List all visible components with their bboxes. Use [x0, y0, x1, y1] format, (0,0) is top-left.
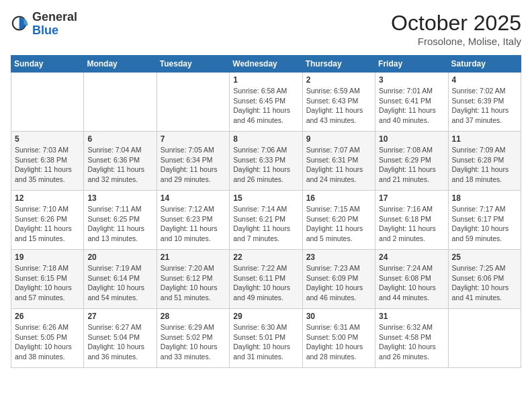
day-number: 20 — [87, 253, 152, 262]
title-block: October 2025 Frosolone, Molise, Italy — [391, 11, 521, 47]
day-info: Sunrise: 7:06 AMSunset: 6:33 PMDaylight:… — [233, 145, 298, 185]
table-row: 7 Sunrise: 7:05 AMSunset: 6:34 PMDayligh… — [157, 132, 229, 191]
day-info: Sunrise: 7:23 AMSunset: 6:09 PMDaylight:… — [306, 263, 371, 303]
day-info: Sunrise: 7:16 AMSunset: 6:18 PMDaylight:… — [379, 204, 444, 244]
day-number: 16 — [306, 193, 371, 203]
table-row — [157, 73, 229, 132]
month-title: October 2025 — [391, 11, 521, 36]
header-monday: Monday — [84, 56, 157, 73]
logo-general: General — [32, 11, 77, 24]
day-info: Sunrise: 7:14 AMSunset: 6:21 PMDaylight:… — [233, 204, 298, 244]
table-row: 24 Sunrise: 7:24 AMSunset: 6:08 PMDaylig… — [375, 250, 448, 309]
table-row: 9 Sunrise: 7:07 AMSunset: 6:31 PMDayligh… — [302, 132, 375, 191]
day-info: Sunrise: 7:08 AMSunset: 6:29 PMDaylight:… — [379, 145, 444, 185]
table-row — [11, 73, 84, 132]
table-row — [448, 309, 521, 368]
day-number: 14 — [161, 193, 226, 203]
table-row: 2 Sunrise: 6:59 AMSunset: 6:43 PMDayligh… — [302, 73, 375, 132]
day-number: 17 — [379, 193, 444, 203]
table-row — [84, 73, 157, 132]
day-number: 13 — [87, 193, 152, 203]
table-row: 13 Sunrise: 7:11 AMSunset: 6:25 PMDaylig… — [84, 191, 157, 250]
day-info: Sunrise: 7:25 AMSunset: 6:06 PMDaylight:… — [452, 263, 517, 303]
table-row: 25 Sunrise: 7:25 AMSunset: 6:06 PMDaylig… — [448, 250, 521, 309]
day-info: Sunrise: 7:05 AMSunset: 6:34 PMDaylight:… — [161, 145, 226, 185]
table-row: 23 Sunrise: 7:23 AMSunset: 6:09 PMDaylig… — [302, 250, 375, 309]
day-info: Sunrise: 7:01 AMSunset: 6:41 PMDaylight:… — [379, 86, 444, 126]
location-title: Frosolone, Molise, Italy — [391, 36, 521, 47]
table-row: 20 Sunrise: 7:19 AMSunset: 6:14 PMDaylig… — [84, 250, 157, 309]
header-saturday: Saturday — [448, 56, 521, 73]
day-info: Sunrise: 6:32 AMSunset: 4:58 PMDaylight:… — [379, 322, 444, 362]
logo-text: General Blue — [32, 11, 77, 38]
table-row: 19 Sunrise: 7:18 AMSunset: 6:15 PMDaylig… — [11, 250, 84, 309]
table-row: 3 Sunrise: 7:01 AMSunset: 6:41 PMDayligh… — [375, 73, 448, 132]
header-thursday: Thursday — [302, 56, 375, 73]
table-row: 5 Sunrise: 7:03 AMSunset: 6:38 PMDayligh… — [11, 132, 84, 191]
day-number: 24 — [379, 253, 444, 262]
day-info: Sunrise: 7:02 AMSunset: 6:39 PMDaylight:… — [452, 86, 517, 126]
day-number: 19 — [15, 253, 80, 262]
table-row: 17 Sunrise: 7:16 AMSunset: 6:18 PMDaylig… — [375, 191, 448, 250]
day-number: 12 — [15, 193, 80, 203]
day-number: 15 — [233, 193, 298, 203]
table-row: 26 Sunrise: 6:26 AMSunset: 5:05 PMDaylig… — [11, 309, 84, 368]
day-info: Sunrise: 6:26 AMSunset: 5:05 PMDaylight:… — [15, 322, 80, 362]
day-number: 23 — [306, 253, 371, 262]
day-info: Sunrise: 7:15 AMSunset: 6:20 PMDaylight:… — [306, 204, 371, 244]
day-number: 29 — [233, 312, 298, 321]
calendar-week-row: 26 Sunrise: 6:26 AMSunset: 5:05 PMDaylig… — [11, 309, 521, 368]
day-number: 5 — [15, 134, 80, 144]
day-number: 31 — [379, 312, 444, 321]
day-number: 22 — [233, 253, 298, 262]
day-info: Sunrise: 7:18 AMSunset: 6:15 PMDaylight:… — [15, 263, 80, 303]
day-number: 1 — [233, 75, 298, 85]
day-info: Sunrise: 7:09 AMSunset: 6:28 PMDaylight:… — [452, 145, 517, 185]
day-number: 11 — [452, 134, 517, 144]
calendar-week-row: 12 Sunrise: 7:10 AMSunset: 6:26 PMDaylig… — [11, 191, 521, 250]
day-number: 28 — [161, 312, 226, 321]
day-number: 18 — [452, 193, 517, 203]
table-row: 21 Sunrise: 7:20 AMSunset: 6:12 PMDaylig… — [157, 250, 229, 309]
day-number: 6 — [87, 134, 152, 144]
logo-blue: Blue — [32, 24, 77, 38]
day-info: Sunrise: 6:27 AMSunset: 5:04 PMDaylight:… — [87, 322, 152, 362]
table-row: 4 Sunrise: 7:02 AMSunset: 6:39 PMDayligh… — [448, 73, 521, 132]
day-info: Sunrise: 7:19 AMSunset: 6:14 PMDaylight:… — [87, 263, 152, 303]
day-info: Sunrise: 6:58 AMSunset: 6:45 PMDaylight:… — [233, 86, 298, 126]
day-number: 9 — [306, 134, 371, 144]
day-info: Sunrise: 7:11 AMSunset: 6:25 PMDaylight:… — [87, 204, 152, 244]
day-number: 10 — [379, 134, 444, 144]
header-friday: Friday — [375, 56, 448, 73]
table-row: 16 Sunrise: 7:15 AMSunset: 6:20 PMDaylig… — [302, 191, 375, 250]
day-info: Sunrise: 7:22 AMSunset: 6:11 PMDaylight:… — [233, 263, 298, 303]
day-info: Sunrise: 7:20 AMSunset: 6:12 PMDaylight:… — [161, 263, 226, 303]
day-info: Sunrise: 7:10 AMSunset: 6:26 PMDaylight:… — [15, 204, 80, 244]
day-info: Sunrise: 7:24 AMSunset: 6:08 PMDaylight:… — [379, 263, 444, 303]
day-number: 4 — [452, 75, 517, 85]
header-wednesday: Wednesday — [230, 56, 302, 73]
day-info: Sunrise: 6:59 AMSunset: 6:43 PMDaylight:… — [306, 86, 371, 126]
table-row: 28 Sunrise: 6:29 AMSunset: 5:02 PMDaylig… — [157, 309, 229, 368]
table-row: 31 Sunrise: 6:32 AMSunset: 4:58 PMDaylig… — [375, 309, 448, 368]
table-row: 10 Sunrise: 7:08 AMSunset: 6:29 PMDaylig… — [375, 132, 448, 191]
day-number: 25 — [452, 253, 517, 262]
table-row: 8 Sunrise: 7:06 AMSunset: 6:33 PMDayligh… — [230, 132, 302, 191]
table-row: 6 Sunrise: 7:04 AMSunset: 6:36 PMDayligh… — [84, 132, 157, 191]
page-header: General Blue October 2025 Frosolone, Mol… — [11, 11, 521, 47]
logo-icon — [11, 15, 30, 34]
day-info: Sunrise: 7:07 AMSunset: 6:31 PMDaylight:… — [306, 145, 371, 185]
calendar-table: Sunday Monday Tuesday Wednesday Thursday… — [11, 55, 521, 368]
day-info: Sunrise: 7:03 AMSunset: 6:38 PMDaylight:… — [15, 145, 80, 185]
table-row: 12 Sunrise: 7:10 AMSunset: 6:26 PMDaylig… — [11, 191, 84, 250]
table-row: 29 Sunrise: 6:30 AMSunset: 5:01 PMDaylig… — [230, 309, 302, 368]
table-row: 14 Sunrise: 7:12 AMSunset: 6:23 PMDaylig… — [157, 191, 229, 250]
day-number: 2 — [306, 75, 371, 85]
table-row: 1 Sunrise: 6:58 AMSunset: 6:45 PMDayligh… — [230, 73, 302, 132]
calendar-week-row: 19 Sunrise: 7:18 AMSunset: 6:15 PMDaylig… — [11, 250, 521, 309]
logo: General Blue — [11, 11, 77, 38]
day-number: 30 — [306, 312, 371, 321]
table-row: 30 Sunrise: 6:31 AMSunset: 5:00 PMDaylig… — [302, 309, 375, 368]
table-row: 27 Sunrise: 6:27 AMSunset: 5:04 PMDaylig… — [84, 309, 157, 368]
day-info: Sunrise: 7:12 AMSunset: 6:23 PMDaylight:… — [161, 204, 226, 244]
